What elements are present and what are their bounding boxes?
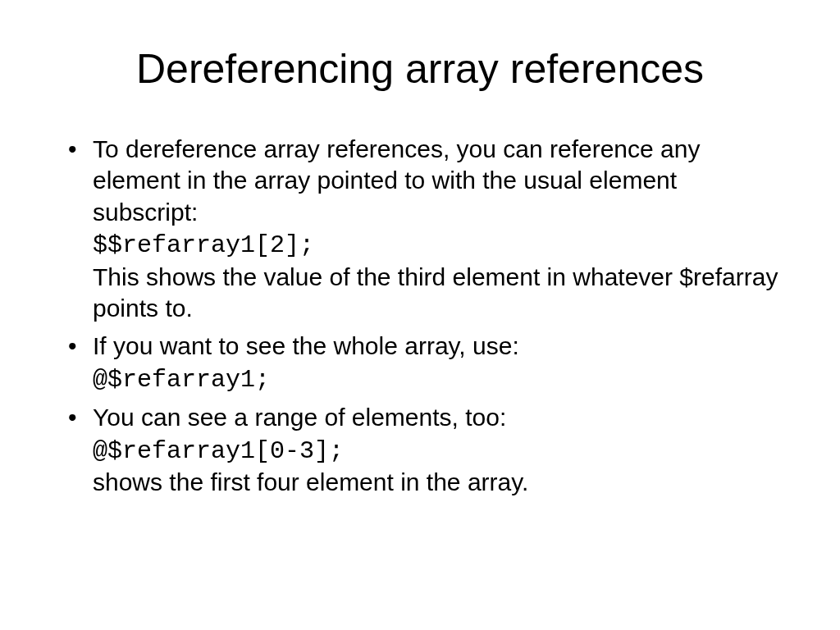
bullet-text-before: You can see a range of elements, too: — [93, 404, 506, 431]
bullet-text-after: shows the first four element in the arra… — [93, 468, 528, 495]
bullet-item: You can see a range of elements, too: @$… — [62, 402, 778, 498]
bullet-code: $$refarray1[2]; — [93, 231, 314, 259]
slide-title: Dereferencing array references — [62, 45, 778, 93]
bullet-text-after: This shows the value of the third elemen… — [93, 263, 778, 322]
bullet-text-before: If you want to see the whole array, use: — [93, 332, 519, 359]
bullet-code: @$refarray1; — [93, 366, 270, 394]
bullet-text-before: To dereference array references, you can… — [93, 135, 700, 226]
bullet-item: To dereference array references, you can… — [62, 134, 778, 324]
bullet-code: @$refarray1[0-3]; — [93, 437, 344, 465]
bullet-list: To dereference array references, you can… — [62, 134, 778, 498]
bullet-item: If you want to see the whole array, use:… — [62, 331, 778, 395]
